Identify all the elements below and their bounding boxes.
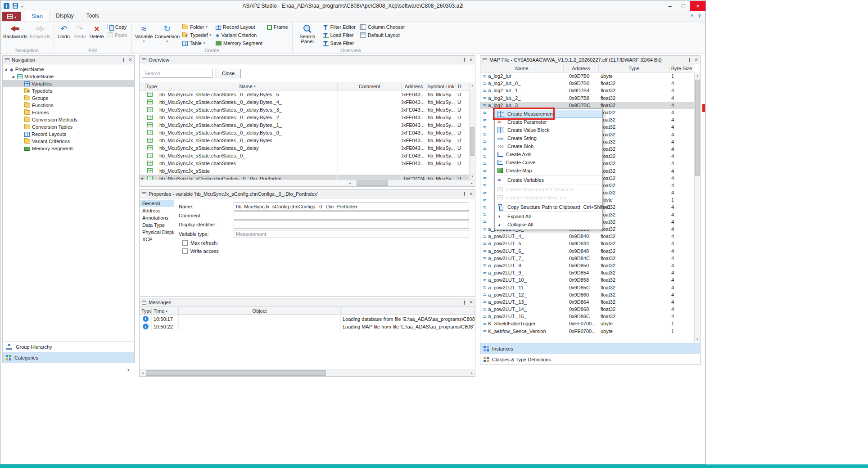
- ribbon-collapse-icon[interactable]: [691, 14, 693, 19]
- map-row[interactable]: K_aebfcw_Sence_Version 0xFE0700... ubyte…: [480, 328, 694, 335]
- map-row[interactable]: a_log2_lut._2_ 0x9D7B8 float32 4: [480, 94, 694, 102]
- tree-expander-icon[interactable]: ◢: [11, 75, 15, 78]
- column-header-type[interactable]: Type: [146, 82, 158, 90]
- context-menu-item[interactable]: Create Blob: [495, 142, 602, 150]
- context-menu-item[interactable]: Create Curve: [495, 158, 602, 166]
- context-menu-item[interactable]: Create Measurement: [495, 110, 602, 118]
- tree-item[interactable]: Typedefs: [3, 87, 134, 94]
- pin-icon[interactable]: [462, 300, 466, 305]
- display-identifier-field[interactable]: [234, 220, 469, 229]
- save-icon[interactable]: [13, 3, 18, 9]
- tree-item[interactable]: Groups: [3, 94, 134, 102]
- context-menu-item[interactable]: Create Variables: [495, 175, 602, 184]
- horizontal-scrollbar[interactable]: ◂ ▸: [140, 369, 475, 376]
- horizontal-scrollbar[interactable]: ◂ ▸: [140, 180, 475, 186]
- context-menu-item[interactable]: Create Axis: [495, 150, 602, 158]
- search-input[interactable]: [142, 69, 212, 78]
- ribbon-button[interactable]: Save Filter: [321, 39, 358, 47]
- close-button[interactable]: ×: [690, 1, 705, 11]
- ribbon-button[interactable]: Typedef ▾: [180, 31, 213, 39]
- properties-tab[interactable]: XCP: [140, 236, 174, 243]
- ribbon-button[interactable]: Column Chooser: [358, 23, 407, 31]
- tree-item[interactable]: ◢ ModuleName: [3, 73, 134, 80]
- pin-icon[interactable]: [462, 192, 466, 197]
- dock-chevron-icon[interactable]: [127, 368, 130, 372]
- table-row[interactable]: hb_McuSyncJx_sState.chanStates._0_.delay…: [140, 106, 469, 113]
- column-header-name[interactable]: Name▾: [158, 82, 338, 90]
- context-menu-item[interactable]: Create Parameter Structure: [495, 194, 602, 202]
- ribbon-button[interactable]: Variable ▾: [134, 22, 154, 48]
- navigation-dock-button[interactable]: Categories: [3, 352, 134, 363]
- vertical-scrollbar[interactable]: ▴ ▾: [469, 82, 475, 180]
- close-panel-icon[interactable]: [470, 57, 473, 63]
- map-row[interactable]: a_pow2LUT._5_ 0x9D844 float32 4: [480, 240, 694, 247]
- column-header-object[interactable]: Object: [179, 307, 341, 315]
- map-row[interactable]: a_pow2LUT._7_ 0x9D84C float32 4: [480, 255, 694, 262]
- tree-item[interactable]: Variables: [3, 80, 134, 87]
- scrollbar-thumb[interactable]: [470, 127, 475, 156]
- properties-tab[interactable]: Address: [140, 207, 174, 214]
- tree-item[interactable]: Frames: [3, 109, 134, 116]
- ribbon-button[interactable]: Default Layout: [358, 31, 407, 39]
- context-menu-item[interactable]: Create Measurement Structure: [495, 184, 602, 194]
- column-header-time[interactable]: Time▴: [152, 307, 179, 315]
- ribbon-button[interactable]: Delete: [88, 22, 105, 48]
- ribbon-tab[interactable]: Start: [25, 11, 50, 21]
- comment-field[interactable]: [234, 212, 469, 220]
- close-panel-icon[interactable]: [470, 300, 473, 305]
- properties-tab[interactable]: General: [140, 200, 174, 207]
- context-menu-item[interactable]: Create Value Block: [495, 126, 602, 134]
- message-row[interactable]: 10:50:17 Loading database from file 'E:\…: [140, 315, 475, 323]
- context-menu-item[interactable]: Collapse All: [495, 220, 602, 229]
- column-header-type[interactable]: Type: [140, 307, 152, 315]
- column-header-data-type[interactable]: D: [456, 82, 469, 90]
- properties-tab[interactable]: Annotations: [140, 214, 174, 221]
- ribbon-button[interactable]: Load Filter: [321, 31, 358, 39]
- column-header-name[interactable]: Name: [480, 64, 564, 72]
- navigation-dock-button[interactable]: Group Hierarchy: [3, 341, 134, 352]
- map-row[interactable]: a_pow2LUT._8_ 0x9D850 float32 4: [480, 262, 694, 269]
- map-row[interactable]: a_log2_lut._3_ 0x9D7BC float32 4: [480, 102, 694, 109]
- pin-icon[interactable]: [462, 58, 466, 63]
- close-panel-icon[interactable]: [129, 57, 132, 63]
- ribbon-button[interactable]: Variant Criterion: [213, 31, 265, 39]
- ribbon-button[interactable]: Table ▾: [180, 39, 213, 47]
- ribbon-button[interactable]: Redo: [72, 22, 88, 48]
- table-row[interactable]: hb_McuSyncJx_sState.chanStates._0_.delay…: [140, 98, 469, 106]
- context-menu-item[interactable]: Create String: [495, 134, 602, 142]
- ribbon-button[interactable]: Copy: [105, 23, 130, 31]
- map-row[interactable]: a_pow2LUT._12_ 0x9D860 float32 4: [480, 291, 694, 298]
- column-header-type[interactable]: Type: [599, 64, 669, 72]
- map-row[interactable]: a_pow2LUT._4_ 0x9D840 float32 4: [480, 233, 694, 240]
- ribbon-button[interactable]: Filter Editor: [321, 23, 358, 31]
- message-row[interactable]: 10:50:22 Loading MAP file from file 'E:\…: [140, 323, 475, 330]
- ribbon-button[interactable]: Search Panel: [294, 22, 321, 48]
- close-panel-icon[interactable]: [470, 191, 473, 197]
- context-menu-item[interactable]: Create Map: [495, 166, 602, 175]
- map-dock-button[interactable]: Classes & Type Definitions: [480, 354, 700, 364]
- map-row[interactable]: a_log2_lut 0x9D7B0 ubyte 1: [480, 72, 694, 80]
- pin-icon[interactable]: [687, 58, 692, 63]
- tree-item[interactable]: Functions: [3, 102, 134, 109]
- maximize-button[interactable]: □: [677, 1, 690, 11]
- context-menu-item[interactable]: Expand All: [495, 212, 602, 220]
- ribbon-tab[interactable]: Tools: [80, 11, 105, 21]
- minimize-button[interactable]: –: [663, 1, 677, 11]
- ribbon-button[interactable]: Folder ▾: [180, 23, 213, 31]
- context-menu-item[interactable]: Create Parameter: [495, 118, 602, 126]
- tree-item[interactable]: ◢ ProjectName: [3, 66, 134, 73]
- close-panel-icon[interactable]: [695, 57, 698, 63]
- close-search-button[interactable]: Close: [216, 69, 241, 78]
- vertical-scrollbar[interactable]: ▴ ▾: [694, 72, 700, 342]
- table-row[interactable]: hb_McuSyncJx_sState.chanStates._0_.delay…: [140, 90, 469, 98]
- map-row[interactable]: K_ShieldFalseTrigger 0xFE0700... ubyte 1: [480, 320, 694, 327]
- column-header-address[interactable]: Address: [564, 64, 599, 72]
- table-row[interactable]: hb_McuSyncJx_sState.chanStates._0_.delay…: [140, 113, 469, 121]
- properties-tab[interactable]: Data Type: [140, 221, 174, 229]
- ribbon-button[interactable]: Paste: [105, 31, 130, 39]
- max-refresh-checkbox[interactable]: [182, 240, 188, 246]
- tree-item[interactable]: Memory Segments: [3, 145, 134, 152]
- table-row[interactable]: hb_McuSyncJx_sState.chanStates._0_.delay…: [140, 121, 469, 129]
- map-row[interactable]: a_pow2LUT._13_ 0x9D864 float32 4: [480, 298, 694, 306]
- map-row[interactable]: a_pow2LUT._6_ 0x9D848 float32 4: [480, 248, 694, 255]
